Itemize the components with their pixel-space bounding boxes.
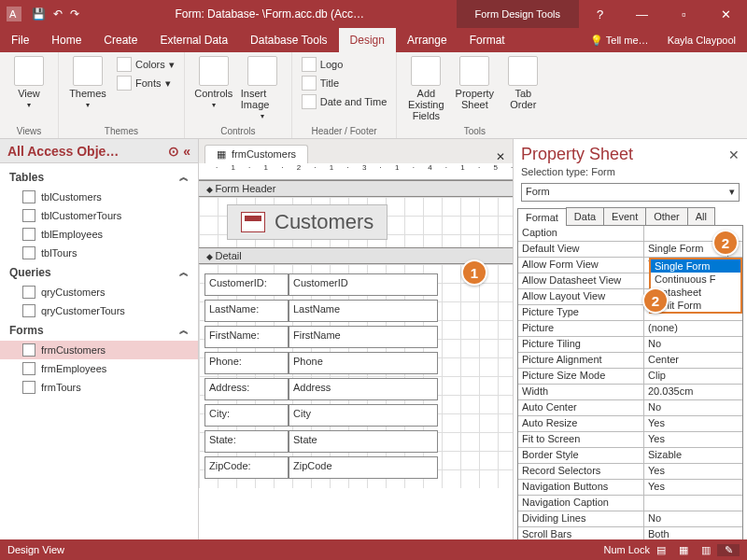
dropdown-option[interactable]: Single Form [651,259,740,273]
field-control[interactable]: City [289,404,438,427]
field-zipcode[interactable]: ZipCode:ZipCode [204,456,513,479]
form-title-label[interactable]: Customers [227,204,388,240]
property-tab-other[interactable]: Other [645,207,688,225]
property-row-picture-size-mode[interactable]: Picture Size ModeClip [518,369,742,385]
nav-pane-header[interactable]: All Access Obje… ⊙ « [0,139,198,163]
field-control[interactable]: ZipCode [289,456,438,479]
field-control[interactable]: FirstName [289,326,438,348]
close-button[interactable]: ✕ [705,0,747,28]
add-existing-fields-button[interactable]: Add Existing Fields [404,56,447,121]
nav-item-frmcustomers[interactable]: frmCustomers [0,341,198,359]
quick-redo-icon[interactable]: ↷ [66,7,83,21]
view-form-icon[interactable]: ▦ [672,544,695,556]
nav-group-tables[interactable]: Tables︽ [0,167,198,188]
field-lastname[interactable]: LastName:LastName [204,300,513,322]
view-button[interactable]: View▾ [7,56,50,109]
nav-item-qrycustomers[interactable]: qryCustomers [0,283,198,301]
field-city[interactable]: City:City [204,404,513,427]
property-row-auto-center[interactable]: Auto CenterNo [518,400,742,416]
nav-item-tblemployees[interactable]: tblEmployees [0,225,198,244]
tab-order-button[interactable]: Tab Order [501,56,544,110]
insert-image-button[interactable]: Insert Image▾ [241,56,284,120]
user-name[interactable]: Kayla Claypool [656,28,747,52]
logo-button[interactable]: Logo [300,56,389,73]
property-row-caption[interactable]: Caption [518,226,742,242]
field-label[interactable]: CustomerID: [204,273,289,296]
fonts-button[interactable]: Fonts ▾ [115,75,176,91]
view-datasheet-icon[interactable]: ▤ [650,544,672,556]
nav-item-tbltours[interactable]: tblTours [0,244,198,262]
field-control[interactable]: State [289,430,438,453]
field-control[interactable]: Address [289,378,438,400]
property-sheet-close-icon[interactable]: ✕ [728,147,740,162]
field-label[interactable]: State: [204,430,289,453]
property-row-record-selectors[interactable]: Record SelectorsYes [518,464,742,480]
tell-me[interactable]: 💡 Tell me… [583,28,656,52]
view-design-icon[interactable]: ✎ [717,544,740,556]
field-state[interactable]: State:State [204,430,513,453]
colors-button[interactable]: Colors ▾ [115,56,176,73]
tab-database-tools[interactable]: Database Tools [239,28,339,52]
property-sheet-button[interactable]: Property Sheet [453,56,496,110]
property-row-fit-to-screen[interactable]: Fit to ScreenYes [518,432,742,448]
field-label[interactable]: LastName: [204,300,289,322]
field-label[interactable]: ZipCode: [204,456,289,479]
themes-button[interactable]: Themes▾ [66,56,109,109]
document-tab[interactable]: ▦ frmCustomers [204,145,308,163]
field-control[interactable]: LastName [289,300,438,322]
minimize-button[interactable]: — [621,0,663,28]
property-tab-all[interactable]: All [687,207,715,225]
property-row-dividing-lines[interactable]: Dividing LinesNo [518,511,742,527]
tab-external-data[interactable]: External Data [148,28,239,52]
field-phone[interactable]: Phone:Phone [204,352,513,374]
nav-item-tblcustomertours[interactable]: tblCustomerTours [0,206,198,225]
property-tab-data[interactable]: Data [566,207,604,225]
property-row-scroll-bars[interactable]: Scroll BarsBoth [518,527,742,539]
nav-item-frmemployees[interactable]: frmEmployees [0,359,198,378]
close-tab-icon[interactable]: ✕ [488,150,513,163]
quick-undo-icon[interactable]: ↶ [49,7,66,21]
field-control[interactable]: CustomerID [289,273,438,296]
controls-gallery[interactable]: Controls▾ [192,56,235,109]
nav-item-qrycustomertours[interactable]: qryCustomerTours [0,301,198,320]
property-row-navigation-caption[interactable]: Navigation Caption [518,496,742,511]
object-selector-combo[interactable]: Form▾ [521,183,740,202]
field-control[interactable]: Phone [289,352,438,374]
dropdown-option[interactable]: Continuous F [651,273,740,286]
tab-format[interactable]: Format [458,28,516,52]
tab-create[interactable]: Create [92,28,148,52]
field-firstname[interactable]: FirstName:FirstName [204,326,513,348]
title-button[interactable]: Title [300,75,389,91]
property-row-auto-resize[interactable]: Auto ResizeYes [518,416,742,432]
property-row-border-style[interactable]: Border StyleSizable [518,448,742,464]
view-layout-icon[interactable]: ▥ [695,544,717,556]
form-header-area[interactable]: Customers [199,197,513,247]
help-icon[interactable]: ? [579,0,621,28]
property-row-width[interactable]: Width20.035cm [518,385,742,400]
property-row-picture-tiling[interactable]: Picture TilingNo [518,337,742,353]
property-row-picture-alignment[interactable]: Picture AlignmentCenter [518,353,742,369]
date-time-button[interactable]: Date and Time [300,93,389,110]
nav-item-frmtours[interactable]: frmTours [0,378,198,397]
nav-group-forms[interactable]: Forms︽ [0,320,198,341]
property-row-picture[interactable]: Picture(none) [518,321,742,337]
field-address[interactable]: Address:Address [204,378,513,400]
tab-file[interactable]: File [0,28,40,52]
quick-save-icon[interactable]: 💾 [28,7,49,21]
maximize-button[interactable]: ▫ [663,0,705,28]
nav-item-tblcustomers[interactable]: tblCustomers [0,188,198,206]
field-label[interactable]: City: [204,404,289,427]
detail-area[interactable]: CustomerID:CustomerIDLastName:LastNameFi… [199,264,513,488]
property-tab-format[interactable]: Format [517,208,567,226]
property-row-default-view[interactable]: Default ViewSingle Form▾ [518,242,742,258]
tab-home[interactable]: Home [40,28,92,52]
tab-arrange[interactable]: Arrange [396,28,458,52]
property-tab-event[interactable]: Event [603,207,646,225]
property-row-navigation-buttons[interactable]: Navigation ButtonsYes [518,480,742,496]
field-label[interactable]: Phone: [204,352,289,374]
tab-design[interactable]: Design [339,28,396,52]
field-label[interactable]: Address: [204,378,289,400]
nav-group-queries[interactable]: Queries︽ [0,262,198,283]
field-label[interactable]: FirstName: [204,326,289,348]
form-header-section-bar[interactable]: Form Header [199,180,513,197]
